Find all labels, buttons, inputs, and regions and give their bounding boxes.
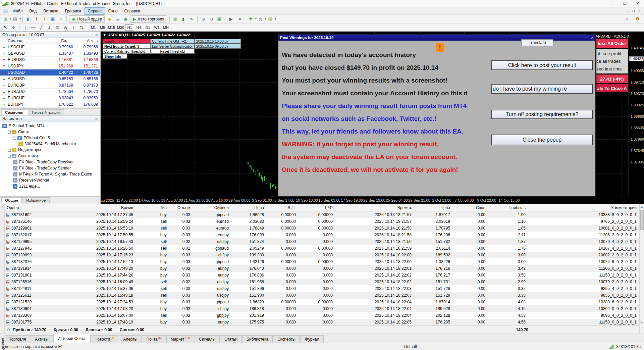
terminal-tab-почта[interactable]: Почта32 [142,335,166,343]
timeframe-W1[interactable]: W1 [152,24,161,31]
timeframe-M15[interactable]: M15 [107,24,116,31]
market-watch-row-EURUSD[interactable]: ▼EURUSD1.163611.16366 [0,57,100,63]
collapse-icon[interactable]: − [8,155,11,158]
timeframe-M5[interactable]: M5 [98,24,107,31]
tree-item-индикаторы[interactable]: +ƒИндикаторы [0,147,100,153]
history-row[interactable]: 3871248112025.10.14 15:37:06sell0.03usdj… [5,285,639,292]
navigator-close-icon[interactable]: ✕ [95,117,98,121]
tree-item-1211-еще...[interactable]: ⊕1211 еще... [0,183,100,189]
column-ask[interactable]: Аск [68,39,95,43]
market-watch-row-EURAUD[interactable]: ▲EURAUD1.785641.78570 [0,89,100,95]
market-watch-row-AUDUSD[interactable]: ▲AUDUSD0.651630.65166 [0,76,100,82]
child-close-icon[interactable]: ✕ [638,9,641,13]
tree-item-eglobal-cent5[interactable]: −▮EGlobal-Cent5 [0,135,100,141]
timeframe-M1[interactable]: M1 [89,24,98,31]
tree-item-счета[interactable]: −♦Счета [0,129,100,135]
market-watch-row-EURCHF[interactable]: ▲EURCHF0.930430.93050 [0,95,100,101]
notification-icon[interactable]: ❶ [634,16,641,22]
column-bid[interactable]: Бид [38,39,68,43]
indicators-icon[interactable]: ✚ [247,16,255,22]
market-watch-icon[interactable]: ◧ [25,16,32,22]
minimize-button[interactable]: — [606,0,619,7]
market-watch-row-EURJPY[interactable]: ▲EURJPY176.022176.039 [0,101,100,108]
line-chart-icon[interactable]: ∿ [188,16,195,22]
history-row[interactable]: 3871279462025.10.14 16:26:50sell0.02gbpa… [5,245,639,252]
history-row[interactable]: 3871256112025.10.14 15:48:18sell0.03usdj… [5,292,639,299]
terminal-tab-статьи[interactable]: Статьи [220,335,242,343]
terminal-panel-icon[interactable]: ▦ [49,16,56,22]
candlestick-icon[interactable]: ▮ [180,16,187,22]
auto-scroll-icon[interactable]: ▶ [227,16,235,22]
chart-window-icon[interactable] [3,9,8,13]
timeframe-M30[interactable]: M30 [116,24,125,31]
terminal-tab-торговля[interactable]: Торговля [5,335,30,343]
column-header-5[interactable]: Цена [231,204,267,211]
terminal-tab-история-счета[interactable]: История Счета [53,334,90,343]
profiles-icon[interactable]: ▤ [11,16,19,22]
terminal-tab-журнал[interactable]: Журнал [300,335,324,343]
vertical-line-icon[interactable]: | [21,24,29,31]
timeframe-H1[interactable]: H1 [125,24,134,31]
column-header-3[interactable]: Объем [169,204,193,211]
periods-icon[interactable]: ◷ [257,16,264,22]
tab-Общие[interactable]: Общие [1,197,22,203]
menu-item-Вид[interactable]: Вид [26,7,40,15]
terminal-tab-библиотека[interactable]: Библиотека [242,335,273,343]
horizontal-line-icon[interactable]: ― [30,24,37,31]
indicators-icon-dropdown[interactable]: ▾ [255,17,257,20]
scroll-up-icon[interactable]: ▲ [640,205,644,208]
channel-icon[interactable]: ‖ [44,24,54,31]
terminal-tab-эксперты[interactable]: Эксперты [273,335,300,343]
popup-close-icon[interactable]: ✕ [591,36,594,40]
scroll-up-icon[interactable]: ▲ [95,40,100,43]
tab-Тиковый график[interactable]: Тиковый график [28,109,64,115]
text-icon[interactable]: A [62,24,69,31]
tree-item-fx-blue---tradecop[interactable]: ◇FX Blue - TradeCopy Sender [0,165,100,171]
new-chart-icon-dropdown[interactable]: ▾ [10,17,11,20]
terminal-tab-алерты[interactable]: Алерты [119,335,142,343]
history-row[interactable]: 3871269162025.10.14 16:09:49sell0.02usdj… [5,279,639,285]
menu-item-Окно[interactable]: Окно [105,7,121,15]
history-row[interactable]: 3871306012025.10.14 17:08:20buy0.03chfjp… [5,305,639,312]
fibonacci-icon[interactable]: ≣ [54,24,61,31]
history-row[interactable]: 3871298012025.10.14 16:53:19sell0.03eura… [5,225,639,232]
tree-item-e-global-trade-mt4[interactable]: ▥E-Global Trade MT4 [0,123,100,129]
tree-item-mt4talk-©-forex-ai[interactable]: ◇MT4talk © Forex AI Signal - Trade Execu [0,171,100,177]
column-header-1[interactable]: Время [64,204,136,211]
expand-icon[interactable]: + [8,149,11,152]
history-row[interactable]: 3871317752025.10.14 17:43:19buy0.03eurjp… [5,319,639,326]
history-row[interactable]: 3871316022025.10.14 17:37:45buy0.03gbpca… [5,211,639,218]
column-header-9[interactable]: Цена [414,204,453,211]
cursor-icon[interactable]: ↖ [2,24,9,31]
tab-Избранное[interactable]: Избранное [22,197,49,203]
market-watch-close-icon[interactable]: ✕ [95,33,98,37]
profiles-icon-dropdown[interactable]: ▾ [19,17,21,20]
timeframe-MN[interactable]: MN [161,24,170,31]
tree-item-fx-blue---tradecop[interactable]: ◇FX Blue - TradeCopy Receiver [0,159,100,165]
tree-item-советники[interactable]: −◆Советники [0,153,100,159]
menu-item-Справка[interactable]: Справка [121,7,144,15]
timeframe-H4[interactable]: H4 [134,24,143,31]
column-header-7[interactable]: T / P [299,204,335,211]
history-row[interactable]: 3871233082025.10.14 15:07:00sell0.03gbpj… [5,312,639,319]
timeframe-D1[interactable]: D1 [143,24,152,31]
strategy-tester-icon[interactable]: ⌕ [57,16,64,22]
collapse-icon[interactable]: − [13,137,16,140]
publish-icon[interactable]: ☁ [114,16,121,22]
collapse-icon[interactable]: − [8,131,11,134]
menu-item-Файл[interactable]: Файл [9,7,26,15]
column-header-6[interactable]: S / L [267,204,299,211]
menu-item-Вставка[interactable]: Вставка [40,7,62,15]
market-watch-row-EURGBP[interactable]: ▲EURGBP0.871680.87173 [0,82,100,89]
column-header-0[interactable]: Ордер [5,204,64,211]
scroll-down-icon[interactable]: ▼ [640,321,644,324]
child-minimize-icon[interactable]: ─ [627,9,629,13]
history-row[interactable]: 3871299952025.10.14 16:57:43sell0.02usdj… [5,238,639,245]
market-watch-row-USDJPY[interactable]: ▼USDJPY151.268151.271 [0,63,100,69]
history-row[interactable]: 3871261462025.10.14 15:59:24sell0.03eurn… [5,218,639,225]
trendline-icon[interactable]: ╱ [38,24,45,31]
column-header-8[interactable]: Время ▴ [335,204,414,211]
close-popup-button[interactable]: Close the popup [491,135,593,145]
column-header-10[interactable]: Своп [453,204,488,211]
market-watch-row-GBPUSD[interactable]: ▲GBPUSD1.334871.33493 [0,50,100,57]
